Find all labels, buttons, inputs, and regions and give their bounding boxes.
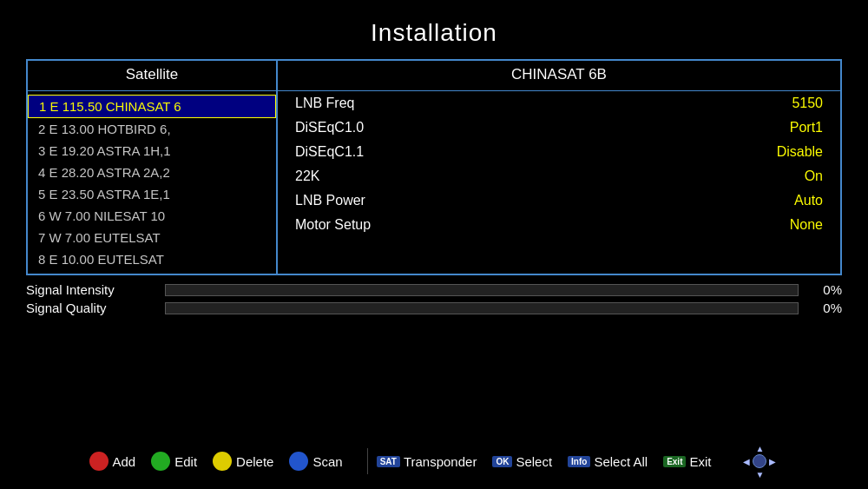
nav-up-arrow[interactable]: ▲: [753, 442, 766, 454]
nav-corner-tl: [740, 442, 753, 454]
nav-down-arrow[interactable]: ▼: [753, 468, 766, 480]
select-btn-group[interactable]: OK Select: [492, 454, 552, 469]
add-red-circle: [89, 452, 108, 471]
edit-green-circle: [151, 452, 170, 471]
details-field-label: DiSEqC1.0: [295, 120, 364, 135]
delete-label: Delete: [236, 454, 273, 469]
details-panel-title: CHINASAT 6B: [278, 61, 840, 91]
scan-label: Scan: [312, 454, 342, 469]
satellite-panel-title: Satellite: [28, 61, 276, 91]
select-badge: OK: [492, 456, 512, 467]
main-content: Satellite 1 E 115.50 CHINASAT 62 E 13.00…: [26, 59, 842, 275]
details-field-label: LNB Power: [295, 193, 365, 208]
details-field-value: Disable: [777, 144, 823, 160]
details-field-value: On: [805, 169, 823, 184]
signal-section: Signal Intensity 0% Signal Quality 0%: [26, 282, 842, 315]
select-all-btn-group[interactable]: Info Select All: [568, 454, 648, 469]
transponder-badge: SAT: [377, 456, 400, 467]
details-field-label: DiSEqC1.1: [295, 144, 364, 160]
satellite-list-item[interactable]: 2 E 13.00 HOTBIRD 6,: [28, 118, 276, 140]
exit-label: Exit: [689, 454, 711, 469]
details-field-label: Motor Setup: [295, 217, 371, 233]
signal-quality-label: Signal Quality: [26, 301, 165, 315]
details-panel: CHINASAT 6B LNB Freq5150DiSEqC1.0Port1Di…: [276, 59, 842, 275]
exit-badge: Exit: [663, 456, 686, 467]
details-row: 22KOn: [278, 164, 840, 188]
add-label: Add: [113, 454, 136, 469]
signal-intensity-row: Signal Intensity 0%: [26, 282, 842, 297]
nav-cross[interactable]: ▲ ◀ ▶ ▼: [740, 442, 779, 480]
satellite-list-item[interactable]: 6 W 7.00 NILESAT 10: [28, 205, 276, 227]
signal-quality-row: Signal Quality 0%: [26, 301, 842, 315]
nav-center: [753, 454, 766, 468]
add-btn-group[interactable]: Add: [89, 452, 136, 471]
select-all-label: Select All: [594, 454, 648, 469]
satellite-list-item[interactable]: 7 W 7.00 EUTELSAT: [28, 227, 276, 248]
edit-label: Edit: [174, 454, 197, 469]
signal-intensity-value: 0%: [807, 282, 842, 297]
signal-quality-value: 0%: [807, 301, 842, 315]
signal-intensity-bar-bg: [165, 284, 799, 296]
details-field-value: Auto: [794, 193, 823, 208]
delete-btn-group[interactable]: Delete: [213, 452, 273, 471]
details-field-value: None: [790, 217, 823, 233]
details-fields: LNB Freq5150DiSEqC1.0Port1DiSEqC1.1Disab…: [278, 91, 840, 237]
satellite-list: 1 E 115.50 CHINASAT 62 E 13.00 HOTBIRD 6…: [28, 91, 276, 274]
satellite-list-item[interactable]: 5 E 23.50 ASTRA 1E,1: [28, 183, 276, 205]
details-row: LNB Freq5150: [278, 91, 840, 116]
details-field-label: 22K: [295, 169, 319, 184]
signal-quality-bar-bg: [165, 302, 799, 314]
details-row: DiSEqC1.1Disable: [278, 140, 840, 164]
details-field-value: 5150: [792, 96, 823, 111]
bottom-bar: Add Edit Delete Scan SAT Transponder OK …: [0, 442, 868, 480]
divider-1: [367, 448, 368, 474]
details-row: LNB PowerAuto: [278, 188, 840, 213]
details-field-label: LNB Freq: [295, 96, 354, 111]
satellite-list-item[interactable]: 8 E 10.00 EUTELSAT: [28, 248, 276, 270]
signal-intensity-label: Signal Intensity: [26, 282, 165, 297]
nav-right-arrow[interactable]: ▶: [766, 454, 779, 468]
delete-yellow-circle: [213, 452, 232, 471]
details-field-value: Port1: [790, 120, 823, 135]
transponder-label: Transponder: [404, 454, 477, 469]
nav-corner-br: [766, 468, 779, 480]
transponder-btn-group[interactable]: SAT Transponder: [377, 454, 477, 469]
scan-blue-circle: [289, 452, 308, 471]
nav-corner-bl: [740, 468, 753, 480]
page-title: Installation: [0, 0, 868, 59]
satellite-list-item[interactable]: 1 E 115.50 CHINASAT 6: [28, 95, 276, 118]
satellite-list-item[interactable]: 4 E 28.20 ASTRA 2A,2: [28, 162, 276, 183]
scan-btn-group[interactable]: Scan: [289, 452, 342, 471]
satellite-panel: Satellite 1 E 115.50 CHINASAT 62 E 13.00…: [26, 59, 278, 275]
nav-left-arrow[interactable]: ◀: [740, 454, 753, 468]
details-row: DiSEqC1.0Port1: [278, 116, 840, 140]
select-all-badge: Info: [568, 456, 590, 467]
edit-btn-group[interactable]: Edit: [151, 452, 197, 471]
details-row: Motor SetupNone: [278, 213, 840, 237]
exit-btn-group[interactable]: Exit Exit: [663, 454, 711, 469]
nav-corner-tr: [766, 442, 779, 454]
select-label: Select: [516, 454, 552, 469]
satellite-list-item[interactable]: 3 E 19.20 ASTRA 1H,1: [28, 140, 276, 162]
